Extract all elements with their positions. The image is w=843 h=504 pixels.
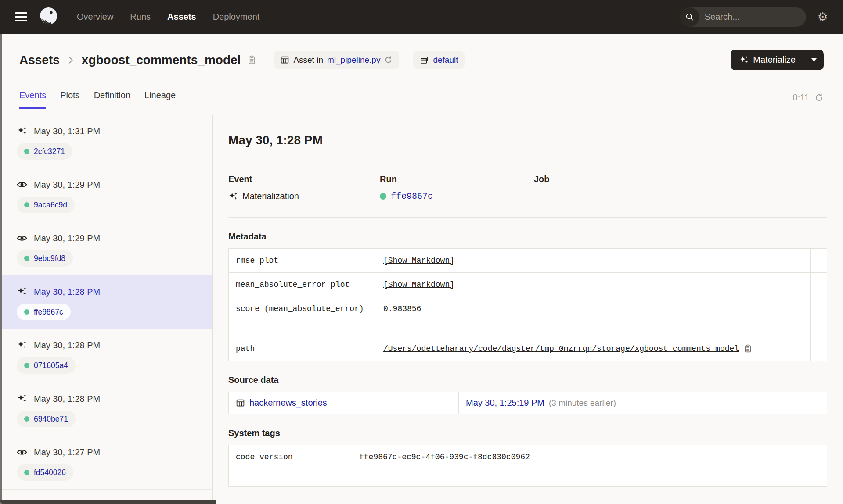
- reload-code-location-icon[interactable]: [384, 56, 393, 64]
- upstream-asset-link[interactable]: hackernews_stories: [249, 398, 327, 408]
- search-icon: [680, 7, 699, 27]
- dagster-logo[interactable]: [38, 6, 59, 28]
- system-tags-table: code_version ffe9867c-ec9c-4f06-939c-f8d…: [228, 445, 827, 487]
- table-row: path /Users/odetteharary/code/dagster/tm…: [229, 336, 827, 361]
- primary-nav: Overview Runs Assets Deployment: [77, 12, 259, 22]
- run-id-link[interactable]: ffe9867c: [34, 307, 63, 317]
- run-tag[interactable]: 6940be71: [17, 411, 76, 427]
- tab-lineage[interactable]: Lineage: [144, 90, 176, 109]
- run-id-link[interactable]: 9ebc9fd8: [34, 254, 65, 263]
- window-left-edge: [0, 34, 2, 504]
- event-column: Event Materialization: [228, 174, 380, 201]
- materialize-dropdown-button[interactable]: [804, 50, 824, 70]
- event-detail-panel: May 30, 1:28 PM Event Materialization Ru…: [213, 115, 843, 504]
- run-id-link[interactable]: fd540026: [34, 468, 66, 477]
- table-row: score (mean_absolute_error) 0.983856: [229, 297, 827, 336]
- nav-item-runs[interactable]: Runs: [130, 12, 151, 22]
- event-list-item[interactable]: May 30, 1:29 PM 9ebc9fd8: [0, 222, 212, 275]
- run-column: Run ffe9867c: [380, 174, 534, 201]
- event-timestamp: May 30, 1:27 PM: [34, 447, 100, 458]
- run-tag[interactable]: 9ebc9fd8: [17, 250, 73, 267]
- run-id-link[interactable]: ffe9867c: [391, 191, 433, 201]
- run-id-link[interactable]: 071605a4: [34, 361, 68, 370]
- nav-item-assets[interactable]: Assets: [167, 12, 196, 22]
- metadata-table: rmse plot [Show Markdown] mean_absolute_…: [228, 248, 827, 361]
- event-list-item[interactable]: May 30, 1:28 PM 071605a4: [0, 329, 212, 382]
- group-layers-icon: [420, 55, 429, 64]
- run-status-dot: [24, 363, 29, 368]
- run-tag[interactable]: 9aca6c9d: [17, 197, 75, 213]
- event-list-item[interactable]: May 30, 1:28 PM 6940be71: [0, 382, 212, 436]
- table-row: code_version ffe9867c-ec9c-4f06-939c-f8d…: [229, 445, 827, 469]
- system-tag-value: ffe9867c-ec9c-4f06-939c-f8dc830c0962: [352, 445, 827, 469]
- run-label: Run: [380, 174, 534, 184]
- asset-group-badge[interactable]: default: [413, 51, 465, 69]
- group-name-link[interactable]: default: [433, 55, 458, 65]
- source-data-table: hackernews_stories May 30, 1:25:19 PM (3…: [228, 392, 827, 414]
- observation-eye-icon: [17, 447, 27, 458]
- code-file-link[interactable]: ml_pipeline.py: [327, 55, 380, 65]
- event-list-item-selected[interactable]: May 30, 1:28 PM ffe9867c: [0, 275, 212, 329]
- tab-plots[interactable]: Plots: [60, 90, 79, 109]
- event-timestamp: May 30, 1:29 PM: [34, 233, 100, 243]
- metadata-key: path: [229, 336, 376, 361]
- source-timestamp-link[interactable]: May 30, 1:25:19 PM: [466, 398, 544, 408]
- materialization-icon: [17, 393, 27, 404]
- run-tag[interactable]: fd540026: [17, 464, 73, 481]
- run-id-link[interactable]: 6940be71: [34, 415, 68, 424]
- tab-definition[interactable]: Definition: [94, 90, 130, 109]
- source-time-note: (3 minutes earlier): [549, 398, 616, 408]
- settings-gear-icon[interactable]: ⚙: [818, 11, 828, 23]
- run-tag[interactable]: ffe9867c: [17, 304, 71, 320]
- observation-eye-icon: [17, 233, 27, 243]
- top-nav: Overview Runs Assets Deployment / ⚙: [0, 0, 843, 34]
- event-list-item[interactable]: May 30, 1:31 PM 2cfc3271: [0, 115, 212, 168]
- run-status-dot: [24, 416, 29, 422]
- event-list-sidebar: May 30, 1:31 PM 2cfc3271 May 30, 1:29 PM…: [0, 115, 213, 504]
- run-id-link[interactable]: 2cfc3271: [34, 147, 65, 156]
- refresh-icon[interactable]: [814, 93, 824, 102]
- run-tag[interactable]: 2cfc3271: [17, 143, 72, 160]
- show-markdown-link[interactable]: [Show Markdown]: [383, 256, 454, 265]
- event-list-item[interactable]: May 30, 1:29 PM 9aca6c9d: [0, 168, 212, 222]
- hamburger-menu-icon[interactable]: [15, 12, 27, 21]
- nav-item-overview[interactable]: Overview: [77, 12, 113, 22]
- system-tags-heading: System tags: [228, 428, 827, 438]
- copy-asset-name-icon[interactable]: [247, 55, 257, 65]
- run-status-dot: [24, 470, 29, 475]
- materialize-split-button: Materialize: [731, 50, 824, 70]
- job-empty-value: —: [534, 191, 543, 201]
- asset-table-icon: [236, 398, 245, 407]
- table-row: hackernews_stories May 30, 1:25:19 PM (3…: [229, 392, 827, 414]
- asset-tabs: Events Plots Definition Lineage 0:11: [0, 83, 843, 109]
- metadata-key: rmse plot: [229, 249, 376, 272]
- event-list-item[interactable]: May 30, 1:27 PM fd540026: [0, 436, 212, 490]
- asset-name-title: xgboost_comments_model: [82, 53, 241, 67]
- metadata-score-value: 0.983856: [376, 297, 810, 336]
- run-status-dot: [380, 193, 386, 200]
- global-search: /: [680, 7, 806, 27]
- materialization-icon: [17, 286, 27, 297]
- run-status-dot: [24, 202, 29, 207]
- search-input[interactable]: [699, 12, 806, 22]
- event-run-job-summary: Event Materialization Run ffe9867c Job —: [228, 174, 827, 201]
- copy-path-icon[interactable]: [743, 344, 753, 353]
- job-column: Job —: [534, 174, 827, 201]
- run-id-link[interactable]: 9aca6c9d: [34, 200, 67, 210]
- run-status-dot: [24, 256, 29, 261]
- refresh-control: 0:11: [793, 93, 824, 109]
- refresh-countdown: 0:11: [793, 93, 809, 103]
- tab-events[interactable]: Events: [19, 90, 46, 109]
- materialization-icon: [228, 192, 238, 201]
- run-tag[interactable]: 071605a4: [17, 357, 76, 374]
- caret-down-icon: [811, 58, 817, 61]
- breadcrumb-assets-link[interactable]: Assets: [19, 53, 60, 67]
- nav-item-deployment[interactable]: Deployment: [213, 12, 260, 22]
- path-link[interactable]: /Users/odetteharary/code/dagster/tmp_0mz…: [383, 344, 739, 353]
- run-status-dot: [24, 149, 29, 154]
- show-markdown-link[interactable]: [Show Markdown]: [383, 280, 454, 289]
- metadata-heading: Metadata: [228, 232, 827, 242]
- source-data-heading: Source data: [228, 375, 827, 385]
- window-bottom-edge: [0, 500, 216, 504]
- materialize-button[interactable]: Materialize: [731, 50, 804, 70]
